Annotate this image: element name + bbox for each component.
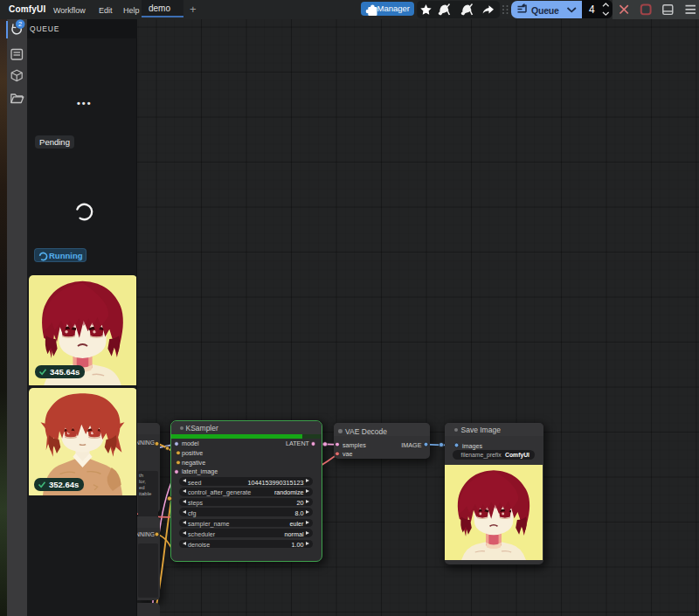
svg-text:2: 2 [18, 20, 22, 28]
